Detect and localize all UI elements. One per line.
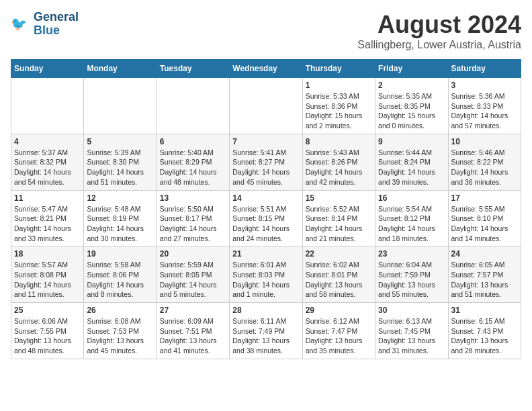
day-info: Sunrise: 5:37 AM Sunset: 8:32 PM Dayligh… [14,148,81,187]
weekday-header-wednesday: Wednesday [230,60,302,78]
weekday-header-sunday: Sunday [11,60,84,78]
day-info: Sunrise: 6:01 AM Sunset: 8:03 PM Dayligh… [232,260,299,300]
day-info: Sunrise: 5:58 AM Sunset: 8:06 PM Dayligh… [87,260,153,300]
calendar-cell: 14Sunrise: 5:51 AM Sunset: 8:15 PM Dayli… [230,190,302,246]
day-info: Sunrise: 6:06 AM Sunset: 7:55 PM Dayligh… [14,316,81,356]
day-number: 5 [87,137,153,146]
calendar-cell: 31Sunrise: 6:15 AM Sunset: 7:43 PM Dayli… [448,303,521,359]
page-header: 🐦 General Blue August 2024 Sallingberg, … [11,11,521,51]
calendar-cell [11,78,84,134]
day-info: Sunrise: 6:15 AM Sunset: 7:43 PM Dayligh… [451,316,518,356]
weekday-header-friday: Friday [375,60,448,78]
calendar-cell: 3Sunrise: 5:36 AM Sunset: 8:33 PM Daylig… [448,78,521,134]
svg-text:🐦: 🐦 [11,15,28,32]
day-number: 12 [87,193,153,203]
calendar-cell: 25Sunrise: 6:06 AM Sunset: 7:55 PM Dayli… [11,303,84,359]
day-info: Sunrise: 5:47 AM Sunset: 8:21 PM Dayligh… [14,204,81,244]
calendar-cell: 12Sunrise: 5:48 AM Sunset: 8:19 PM Dayli… [84,190,157,246]
day-number: 14 [232,193,299,203]
day-info: Sunrise: 6:04 AM Sunset: 7:59 PM Dayligh… [378,260,445,300]
day-info: Sunrise: 5:35 AM Sunset: 8:35 PM Dayligh… [378,91,445,131]
calendar-cell: 19Sunrise: 5:58 AM Sunset: 8:06 PM Dayli… [84,246,157,303]
day-info: Sunrise: 5:41 AM Sunset: 8:27 PM Dayligh… [232,148,299,187]
calendar-cell: 2Sunrise: 5:35 AM Sunset: 8:35 PM Daylig… [375,78,448,134]
day-number: 27 [160,306,226,315]
day-number: 23 [378,249,445,259]
location-subtitle: Sallingberg, Lower Austria, Austria [357,39,521,51]
day-info: Sunrise: 6:11 AM Sunset: 7:49 PM Dayligh… [232,316,299,356]
calendar-cell: 18Sunrise: 5:57 AM Sunset: 8:08 PM Dayli… [11,246,84,303]
calendar-cell: 29Sunrise: 6:12 AM Sunset: 7:47 PM Dayli… [302,303,375,359]
calendar-cell: 1Sunrise: 5:33 AM Sunset: 8:36 PM Daylig… [302,78,375,134]
calendar-cell: 15Sunrise: 5:52 AM Sunset: 8:14 PM Dayli… [302,190,375,246]
calendar-cell [157,78,229,134]
day-info: Sunrise: 5:39 AM Sunset: 8:30 PM Dayligh… [87,148,153,187]
day-number: 20 [160,249,226,259]
day-info: Sunrise: 6:13 AM Sunset: 7:45 PM Dayligh… [378,316,445,356]
day-number: 10 [451,137,518,146]
day-number: 15 [306,193,372,203]
calendar-cell: 6Sunrise: 5:40 AM Sunset: 8:29 PM Daylig… [157,134,229,190]
logo-icon: 🐦 [11,14,31,34]
calendar-cell: 5Sunrise: 5:39 AM Sunset: 8:30 PM Daylig… [84,134,157,190]
day-info: Sunrise: 5:52 AM Sunset: 8:14 PM Dayligh… [306,204,372,244]
calendar-week-row-4: 18Sunrise: 5:57 AM Sunset: 8:08 PM Dayli… [11,246,521,303]
day-info: Sunrise: 5:43 AM Sunset: 8:26 PM Dayligh… [306,148,372,187]
month-year-title: August 2024 [357,11,521,39]
calendar-table: SundayMondayTuesdayWednesdayThursdayFrid… [11,59,521,359]
day-number: 16 [378,193,445,203]
day-info: Sunrise: 5:33 AM Sunset: 8:36 PM Dayligh… [306,91,372,131]
calendar-cell [230,78,302,134]
logo: 🐦 General Blue [11,11,79,38]
calendar-cell: 13Sunrise: 5:50 AM Sunset: 8:17 PM Dayli… [157,190,229,246]
day-number: 18 [14,249,81,259]
calendar-cell: 11Sunrise: 5:47 AM Sunset: 8:21 PM Dayli… [11,190,84,246]
calendar-week-row-2: 4Sunrise: 5:37 AM Sunset: 8:32 PM Daylig… [11,134,521,190]
day-number: 24 [451,249,518,259]
calendar-cell: 23Sunrise: 6:04 AM Sunset: 7:59 PM Dayli… [375,246,448,303]
day-info: Sunrise: 6:08 AM Sunset: 7:53 PM Dayligh… [87,316,153,356]
day-number: 21 [232,249,299,259]
day-number: 11 [14,193,81,203]
day-info: Sunrise: 6:12 AM Sunset: 7:47 PM Dayligh… [306,316,372,356]
day-info: Sunrise: 5:48 AM Sunset: 8:19 PM Dayligh… [87,204,153,244]
calendar-cell: 8Sunrise: 5:43 AM Sunset: 8:26 PM Daylig… [302,134,375,190]
day-info: Sunrise: 5:46 AM Sunset: 8:22 PM Dayligh… [451,148,518,187]
day-number: 19 [87,249,153,259]
weekday-header-monday: Monday [84,60,157,78]
calendar-cell: 7Sunrise: 5:41 AM Sunset: 8:27 PM Daylig… [230,134,302,190]
day-number: 8 [306,137,372,146]
day-info: Sunrise: 5:51 AM Sunset: 8:15 PM Dayligh… [232,204,299,244]
calendar-week-row-5: 25Sunrise: 6:06 AM Sunset: 7:55 PM Dayli… [11,303,521,359]
calendar-week-row-3: 11Sunrise: 5:47 AM Sunset: 8:21 PM Dayli… [11,190,521,246]
day-info: Sunrise: 5:54 AM Sunset: 8:12 PM Dayligh… [378,204,445,244]
calendar-cell: 20Sunrise: 5:59 AM Sunset: 8:05 PM Dayli… [157,246,229,303]
calendar-cell: 17Sunrise: 5:55 AM Sunset: 8:10 PM Dayli… [448,190,521,246]
day-number: 7 [232,137,299,146]
calendar-cell: 21Sunrise: 6:01 AM Sunset: 8:03 PM Dayli… [230,246,302,303]
calendar-cell: 22Sunrise: 6:02 AM Sunset: 8:01 PM Dayli… [302,246,375,303]
day-number: 2 [378,81,445,90]
weekday-header-thursday: Thursday [302,60,375,78]
day-number: 9 [378,137,445,146]
weekday-header-saturday: Saturday [448,60,521,78]
logo-general: General [34,10,79,24]
day-number: 29 [306,306,372,315]
day-number: 13 [160,193,226,203]
day-number: 17 [451,193,518,203]
calendar-title-block: August 2024 Sallingberg, Lower Austria, … [357,11,521,51]
calendar-cell: 28Sunrise: 6:11 AM Sunset: 7:49 PM Dayli… [230,303,302,359]
calendar-cell: 10Sunrise: 5:46 AM Sunset: 8:22 PM Dayli… [448,134,521,190]
day-info: Sunrise: 5:57 AM Sunset: 8:08 PM Dayligh… [14,260,81,300]
day-number: 25 [14,306,81,315]
calendar-week-row-1: 1Sunrise: 5:33 AM Sunset: 8:36 PM Daylig… [11,78,521,134]
calendar-cell: 9Sunrise: 5:44 AM Sunset: 8:24 PM Daylig… [375,134,448,190]
day-info: Sunrise: 5:36 AM Sunset: 8:33 PM Dayligh… [451,91,518,131]
day-number: 28 [232,306,299,315]
day-number: 4 [14,137,81,146]
calendar-cell: 4Sunrise: 5:37 AM Sunset: 8:32 PM Daylig… [11,134,84,190]
logo-text: General Blue [34,11,79,38]
day-number: 31 [451,306,518,315]
day-number: 26 [87,306,153,315]
day-number: 6 [160,137,226,146]
